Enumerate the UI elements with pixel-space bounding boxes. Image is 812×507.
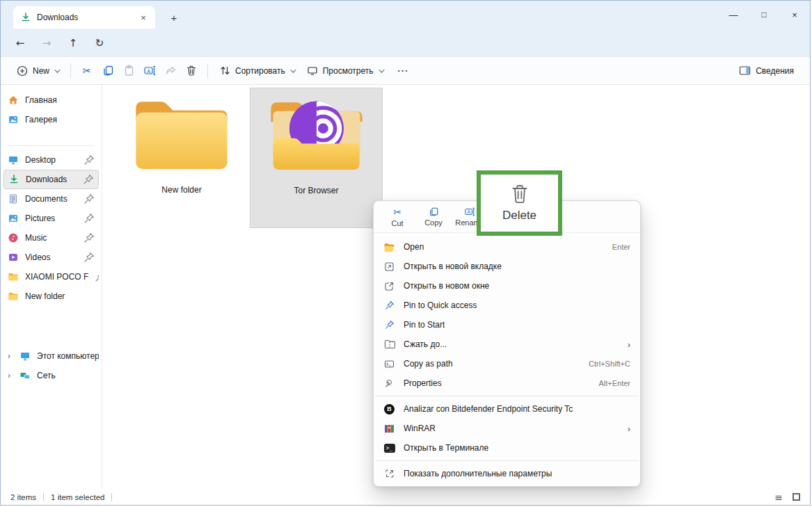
winrar-icon [384,424,395,433]
menu-item-properties[interactable]: Properties Alt+Enter [374,373,640,393]
menu-item-pin-to-start[interactable]: Pin to Start [374,315,640,335]
chevron-expand-icon[interactable]: › [8,371,13,380]
pin-icon [83,213,95,224]
forward-button[interactable]: → [38,34,56,52]
details-pane-icon [739,65,751,76]
sidebar-item-desktop[interactable]: Desktop [3,150,99,170]
rename-icon: A [464,207,475,217]
cut-label: Cut [391,219,403,227]
sidebar-item-music[interactable]: ♪ Music [3,228,99,248]
folder-icon [129,90,234,178]
pictures-icon [8,213,19,224]
status-divider [111,493,112,501]
svg-text:A: A [467,209,470,214]
list-view-icon[interactable]: ≡ [774,492,783,503]
close-button[interactable]: × [779,1,810,29]
menu-item-copy-as-path[interactable]: Copy as path Ctrl+Shift+C [374,354,640,373]
sidebar-item-gallery[interactable]: Галерея [3,110,99,129]
plus-circle-icon [17,65,28,77]
view-icon [307,65,318,76]
sort-button-label: Сортировать [235,66,285,76]
status-bar: 2 items 1 item selected ≡ [1,489,810,505]
delete-button[interactable] [181,61,202,81]
titlebar: Downloads × + — □ × [1,1,810,29]
details-pane-label: Сведения [756,66,794,76]
pin-icon [385,320,395,330]
sidebar-divider [8,145,95,146]
toolbar-divider [207,63,208,79]
sidebar-item-label: Галерея [25,115,57,124]
trash-icon [511,184,529,204]
sidebar-item-videos[interactable]: Videos [3,248,99,267]
toolbar-divider [70,63,71,79]
view-button[interactable]: Просмотреть [301,61,389,81]
submenu-chevron-icon: › [628,424,630,434]
menu-item-open-new-tab[interactable]: Открыть в новой вкладке [374,257,640,276]
computer-icon [19,351,31,362]
sidebar-item-label: XIAOMI POCO F [25,272,88,282]
copy-button[interactable] [97,61,118,81]
minimize-button[interactable]: — [718,1,749,29]
refresh-button[interactable]: ↻ [90,34,109,52]
pin-icon [83,232,95,243]
menu-item-open-new-window[interactable]: Открыть в новом окне [374,276,640,296]
cut-menu-button[interactable]: ✂ Cut [379,202,415,232]
menu-item-compress[interactable]: Сжать до... › [374,335,640,354]
back-button[interactable]: ← [11,34,29,52]
context-menu-items: Open Enter Открыть в новой вкладке Откры… [374,233,640,483]
tor-folder-icon [264,91,369,179]
menu-item-open[interactable]: Open Enter [374,237,640,257]
cut-icon: ✂ [393,207,401,218]
menu-item-show-more-options[interactable]: Показать дополнительные параметры [374,464,640,483]
videos-icon [8,252,19,263]
sidebar-item-label: Documents [25,194,67,204]
cut-icon: ✂ [83,65,92,77]
copy-icon [429,207,439,217]
menu-item-open-in-terminal[interactable]: >_ Открыть в Терминале [374,438,640,458]
submenu-chevron-icon: › [628,339,630,350]
sidebar-item-this-pc[interactable]: › Этот компьютер [3,346,99,366]
rename-icon: A [143,65,156,77]
new-button[interactable]: New [10,61,65,81]
sidebar-item-documents[interactable]: Documents [3,189,99,209]
chevron-expand-icon[interactable]: › [8,351,13,361]
up-button[interactable]: ↑ [64,34,82,52]
rename-button[interactable]: A [139,61,160,81]
network-icon [19,370,31,381]
sidebar-item-downloads[interactable]: Downloads [3,170,99,189]
tab-title: Downloads [37,13,137,22]
tab-downloads[interactable]: Downloads × [13,6,155,29]
delete-highlight-annotation[interactable]: Delete [477,170,562,236]
window-controls: — □ × [718,1,810,29]
downloads-icon [20,12,31,23]
sort-button[interactable]: Сортировать [214,61,301,81]
paste-button[interactable] [118,61,139,81]
music-icon: ♪ [8,232,19,243]
compress-icon [384,339,395,349]
new-tab-button[interactable]: + [166,10,182,25]
menu-divider [375,396,639,396]
file-tile-tor-browser[interactable]: Tor Browser [250,88,383,228]
menu-item-winrar[interactable]: WinRAR › [374,419,640,438]
sidebar-item-label: Music [25,233,47,243]
tab-close-icon[interactable]: × [137,11,150,24]
menu-item-bitdefender-scan[interactable]: B Analizar con Bitdefender Endpoint Secu… [374,399,640,419]
details-pane-button[interactable]: Сведения [733,61,800,81]
sidebar-item-xiaomi-poco[interactable]: XIAOMI POCO F [3,267,99,287]
sidebar-item-home[interactable]: Главная [3,90,99,110]
sidebar-item-pictures[interactable]: Pictures [3,209,99,228]
share-button[interactable] [160,61,181,81]
menu-item-pin-quick-access[interactable]: Pin to Quick access [374,296,640,315]
copy-menu-button[interactable]: Copy [415,202,452,232]
trash-icon [186,65,197,77]
file-tile-new-folder[interactable]: New folder [119,90,244,228]
thumbnail-view-icon[interactable] [793,493,800,501]
maximize-button[interactable]: □ [749,1,779,29]
sidebar-item-network[interactable]: › Сеть [3,366,99,385]
cut-button[interactable]: ✂ [77,61,97,81]
sidebar-item-label: Desktop [25,155,56,165]
sidebar-item-label: Pictures [25,214,55,223]
see-more-button[interactable]: ⋯ [389,64,417,77]
pin-icon [95,271,99,282]
sidebar-item-new-folder[interactable]: New folder [3,287,99,306]
